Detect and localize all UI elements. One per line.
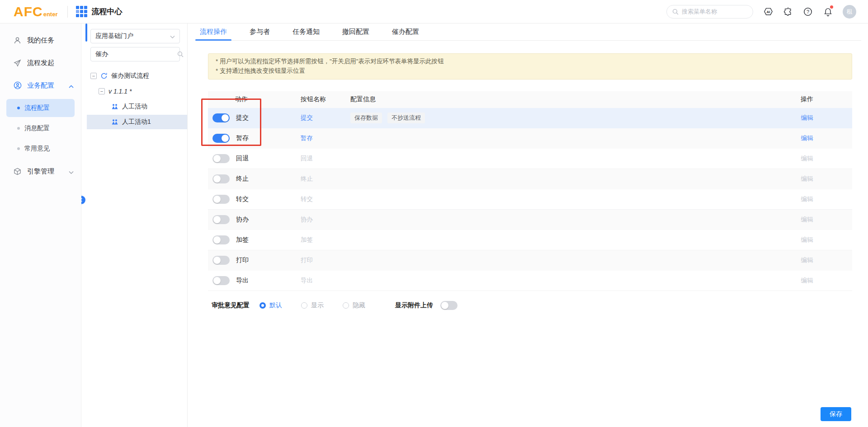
table-body: 提交 提交 保存数据 不抄送流程 编辑 暂存 <box>208 108 852 291</box>
sidebar-item-label: 业务配置 <box>27 81 54 90</box>
sidebar-item-process-config[interactable]: 流程配置 <box>6 99 75 117</box>
edit-link[interactable]: 编辑 <box>801 135 813 141</box>
help-icon[interactable]: ? <box>803 7 813 17</box>
chevron-up-icon <box>69 82 74 89</box>
app-logo[interactable]: AFC enter <box>14 4 57 19</box>
action-label: 协办 <box>236 216 249 224</box>
edit-link[interactable]: 编辑 <box>801 114 813 121</box>
top-header: AFC enter 流程中心 AI ? <box>0 0 868 23</box>
portal-select[interactable]: 应用基础门户 <box>90 29 180 43</box>
plugins-icon[interactable] <box>783 7 793 17</box>
toggle-switch[interactable] <box>212 276 230 285</box>
tab-withdraw-config[interactable]: 撤回配置 <box>341 23 370 40</box>
sidebar-subitem-label: 流程配置 <box>24 104 50 112</box>
search-icon <box>177 51 184 57</box>
actions-table: 动作 按钮名称 配置信息 操作 提交 提交 保存数据 <box>208 91 852 291</box>
page: AFC enter 流程中心 AI ? <box>0 0 868 427</box>
tab-task-notification[interactable]: 任务通知 <box>292 23 321 40</box>
toggle-switch[interactable] <box>212 113 230 122</box>
toggle-switch[interactable] <box>212 174 230 183</box>
notice-line: * 用户可以为流程指定环节选择所需按钮，"开关启用"表示对应环节表单将显示此按钮 <box>216 57 844 66</box>
column-header-action: 动作 <box>208 95 301 103</box>
config-tag: 保存数据 <box>350 113 382 123</box>
button-name-link[interactable]: 加签 <box>301 236 313 243</box>
action-label: 导出 <box>236 277 249 285</box>
notifications-bell-icon[interactable] <box>823 7 833 17</box>
tree-node-label: 人工活动 <box>122 103 147 111</box>
edit-link[interactable]: 编辑 <box>801 196 813 202</box>
tree-node-activity[interactable]: 人工活动 <box>87 99 187 114</box>
sidebar-item-message-config[interactable]: 消息配置 <box>6 119 75 137</box>
tree-node-activity-selected[interactable]: 人工活动1 <box>87 115 187 129</box>
column-header-config-info: 配置信息 <box>350 95 762 103</box>
button-name-link[interactable]: 终止 <box>301 175 313 182</box>
button-name-link[interactable]: 协办 <box>301 216 313 223</box>
search-icon <box>672 9 679 15</box>
sidebar-subitem-label: 常用意见 <box>24 145 50 153</box>
column-header-button-name: 按钮名称 <box>301 95 350 103</box>
toggle-switch[interactable] <box>212 215 230 224</box>
apps-grid-icon[interactable] <box>76 6 87 17</box>
svg-text:AI: AI <box>766 10 770 14</box>
button-name-link[interactable]: 提交 <box>301 114 313 121</box>
radio-default[interactable]: 默认 <box>259 301 282 310</box>
tree-node-version[interactable]: − v 1.1.1 * <box>87 84 187 99</box>
sidebar-item-engine-management[interactable]: 引擎管理 <box>0 160 81 183</box>
toggle-switch[interactable] <box>212 134 230 143</box>
tree-node-process[interactable]: − 催办测试流程 <box>87 69 187 83</box>
logo-subtext: enter <box>43 11 58 18</box>
user-circle-icon <box>14 81 22 89</box>
tab-process-operation[interactable]: 流程操作 <box>199 23 228 40</box>
sidebar-item-label: 引擎管理 <box>27 167 54 176</box>
toggle-switch[interactable] <box>212 195 230 204</box>
toggle-switch[interactable] <box>212 154 230 163</box>
sidebar-item-business-config[interactable]: 业务配置 <box>0 74 81 97</box>
radio-button-icon <box>343 302 349 309</box>
page-title: 流程中心 <box>91 6 122 17</box>
tree-search-input[interactable] <box>95 51 177 58</box>
radio-hide[interactable]: 隐藏 <box>343 301 365 310</box>
tab-urge-config[interactable]: 催办配置 <box>391 23 420 40</box>
column-header-operation: 操作 <box>762 95 852 103</box>
edit-link[interactable]: 编辑 <box>801 155 813 162</box>
notice-banner: * 用户可以为流程指定环节选择所需按钮，"开关启用"表示对应环节表单将显示此按钮… <box>208 53 852 80</box>
button-name-link[interactable]: 打印 <box>301 257 313 263</box>
tab-participants[interactable]: 参与者 <box>249 23 271 40</box>
table-row-rollback: 回退 回退 编辑 <box>208 149 852 169</box>
toggle-switch[interactable] <box>212 235 230 244</box>
user-avatar[interactable]: 租 <box>843 5 856 19</box>
edit-link[interactable]: 编辑 <box>801 257 813 263</box>
attachment-upload-toggle[interactable] <box>440 301 458 310</box>
button-name-link[interactable]: 暂存 <box>301 135 313 141</box>
sidebar-item-common-opinions[interactable]: 常用意见 <box>6 140 75 158</box>
collapse-expander-icon[interactable]: − <box>90 73 97 79</box>
edit-link[interactable]: 编辑 <box>801 175 813 182</box>
collapse-expander-icon[interactable]: − <box>99 88 105 94</box>
save-button[interactable]: 保存 <box>821 407 851 421</box>
main-content: 流程操作 参与者 任务通知 撤回配置 催办配置 * 用户可以为流程指定环节选择所… <box>188 23 868 427</box>
tree-search[interactable] <box>90 47 180 61</box>
notification-badge <box>830 5 833 9</box>
app-title: 流程中心 <box>76 6 122 17</box>
button-name-link[interactable]: 转交 <box>301 196 313 202</box>
action-label: 暂存 <box>236 134 249 142</box>
radio-show[interactable]: 显示 <box>301 301 324 310</box>
table-row-countersign: 加签 加签 编辑 <box>208 230 852 250</box>
header-actions: AI ? 租 <box>666 5 856 19</box>
menu-search[interactable] <box>666 5 753 19</box>
menu-search-input[interactable] <box>682 8 745 15</box>
button-name-link[interactable]: 导出 <box>301 277 313 284</box>
radio-button-icon <box>259 302 266 309</box>
radio-button-icon <box>301 302 307 309</box>
edit-link[interactable]: 编辑 <box>801 236 813 243</box>
edit-link[interactable]: 编辑 <box>801 277 813 284</box>
ai-assistant-icon[interactable]: AI <box>763 7 773 17</box>
logo-text: AFC <box>14 4 43 19</box>
process-tree: − 催办测试流程 − v 1.1.1 * 人工活动 人工活动1 <box>90 69 180 129</box>
edit-link[interactable]: 编辑 <box>801 216 813 223</box>
sidebar-item-my-tasks[interactable]: 我的任务 <box>0 29 81 52</box>
toggle-switch[interactable] <box>212 256 230 265</box>
button-name-link[interactable]: 回退 <box>301 155 313 162</box>
sidebar-subitem-label: 消息配置 <box>24 124 50 132</box>
sidebar-item-process-initiate[interactable]: 流程发起 <box>0 52 81 74</box>
